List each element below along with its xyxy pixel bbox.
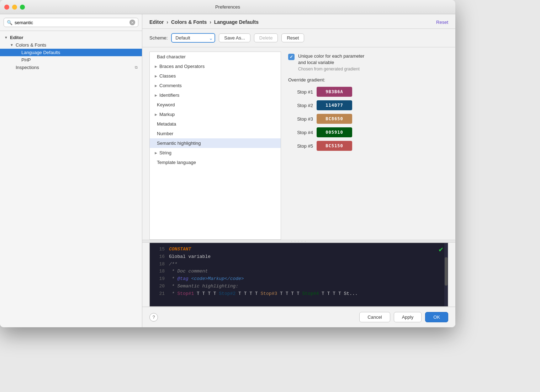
- close-button[interactable]: [4, 5, 9, 10]
- list-item-semantic-highlighting[interactable]: Semantic highlighting: [150, 138, 281, 148]
- right-panel: Editor › Colors & Fonts › Language Defau…: [142, 14, 455, 327]
- delete-button[interactable]: Delete: [254, 33, 278, 42]
- arrow-icon: ▶: [155, 84, 157, 88]
- sidebar-item-label: Inspections: [16, 65, 39, 70]
- list-item-label: Keyword: [157, 102, 175, 107]
- sidebar-item-label: Language Defaults: [21, 50, 60, 55]
- breadcrumb: Editor › Colors & Fonts › Language Defau…: [149, 19, 259, 25]
- list-item-bad-character[interactable]: Bad character: [150, 52, 281, 62]
- stop-2-swatch[interactable]: 114D77: [317, 100, 352, 110]
- resize-handle[interactable]: · · · · ·: [142, 240, 455, 243]
- search-bar: 🔍 ✕: [0, 14, 142, 31]
- stop-1-swatch[interactable]: 9B3B6A: [317, 87, 352, 97]
- list-item-template-language[interactable]: Template language: [150, 158, 281, 167]
- list-item-classes[interactable]: ▶ Classes: [150, 71, 281, 81]
- code-preview: 15CONSTANT 16Global variable 18/** 18 * …: [150, 243, 448, 301]
- stop-4-row: Stop #4 005910: [288, 127, 448, 137]
- arrow-icon: ▶: [155, 113, 157, 116]
- list-item-string[interactable]: ▶ String: [150, 148, 281, 158]
- panels-area: Bad character ▶ Braces and Operators ▶ C…: [142, 47, 455, 307]
- stop-2-row: Stop #2 114D77: [288, 100, 448, 110]
- search-input[interactable]: [15, 20, 127, 25]
- settings-panel: Unique color for each parameterand local…: [281, 47, 455, 240]
- stop-4-label: Stop #4: [288, 130, 313, 135]
- breadcrumb-sep: ›: [166, 19, 170, 25]
- unique-color-text: Unique color for each parameterand local…: [298, 53, 364, 71]
- bottom-bar: ? Cancel Apply OK: [142, 307, 455, 327]
- sidebar-item-label: PHP: [21, 57, 31, 63]
- scrollbar-thumb: [445, 257, 448, 286]
- unique-color-row: Unique color for each parameterand local…: [288, 53, 448, 71]
- breadcrumb-editor: Editor: [149, 19, 164, 25]
- arrow-icon: ▶: [155, 94, 157, 97]
- sidebar-item-language-defaults[interactable]: Language Defaults: [0, 49, 142, 56]
- list-item-number[interactable]: Number: [150, 129, 281, 138]
- unique-color-label: Unique color for each parameterand local…: [298, 53, 364, 66]
- sidebar-item-colors-fonts[interactable]: ▼ Colors & Fonts: [0, 41, 142, 49]
- clear-search-button[interactable]: ✕: [129, 20, 135, 25]
- scheme-select[interactable]: Default High Contrast Classic: [171, 33, 215, 43]
- sidebar: 🔍 ✕ ▼ Editor ▼ Colors & Fonts Language D…: [0, 14, 142, 327]
- override-gradient-label: Override gradient:: [288, 77, 448, 83]
- stop-1-row: Stop #1 9B3B6A: [288, 87, 448, 97]
- apply-button[interactable]: Apply: [394, 312, 422, 322]
- stop-3-swatch[interactable]: BC8650: [317, 114, 352, 124]
- stop-5-swatch[interactable]: BC5150: [317, 141, 352, 151]
- unique-color-checkbox[interactable]: [288, 54, 295, 60]
- save-as-button[interactable]: Save As...: [219, 33, 250, 42]
- middle-row: Bad character ▶ Braces and Operators ▶ C…: [142, 47, 455, 240]
- copy-icon: ⧉: [135, 65, 138, 70]
- breadcrumb-colors-fonts: Colors & Fonts: [171, 19, 207, 25]
- cancel-button[interactable]: Cancel: [359, 312, 390, 322]
- stop-4-swatch[interactable]: 005910: [317, 127, 352, 137]
- list-item-braces-operators[interactable]: ▶ Braces and Operators: [150, 62, 281, 71]
- preview-scrollbar[interactable]: [444, 243, 448, 306]
- sidebar-tree: ▼ Editor ▼ Colors & Fonts Language Defau…: [0, 31, 142, 327]
- list-item-label: Number: [157, 131, 173, 136]
- scheme-label: Scheme:: [149, 35, 168, 41]
- search-wrapper: 🔍 ✕: [4, 18, 138, 27]
- arrow-icon: ▶: [155, 65, 157, 68]
- stop-5-row: Stop #5 BC5150: [288, 141, 448, 151]
- list-item-keyword[interactable]: Keyword: [150, 100, 281, 110]
- arrow-icon: ▶: [155, 74, 157, 78]
- stop-1-label: Stop #1: [288, 89, 313, 95]
- list-item-identifiers[interactable]: ▶ Identifiers: [150, 90, 281, 100]
- list-item-label: Template language: [157, 160, 196, 165]
- stop-3-row: Stop #3 BC8650: [288, 114, 448, 124]
- arrow-icon: ▶: [155, 151, 157, 155]
- arrow-icon: ▼: [4, 36, 10, 39]
- scheme-bar: Scheme: Default High Contrast Classic ⌄ …: [142, 29, 455, 47]
- ok-button[interactable]: OK: [425, 312, 448, 322]
- breadcrumb-reset-link[interactable]: Reset: [436, 20, 448, 25]
- list-item-markup[interactable]: ▶ Markup: [150, 110, 281, 119]
- list-item-label: Classes: [159, 73, 176, 79]
- chosen-from-label: Chosen from generated gradient: [298, 67, 364, 71]
- maximize-button[interactable]: [20, 5, 25, 10]
- stop-5-label: Stop #5: [288, 143, 313, 149]
- stop-2-label: Stop #2: [288, 103, 313, 108]
- list-item-label: Bad character: [157, 54, 186, 59]
- title-bar: Preferences: [0, 0, 455, 14]
- window-controls[interactable]: [4, 5, 25, 10]
- main-content: 🔍 ✕ ▼ Editor ▼ Colors & Fonts Language D…: [0, 14, 455, 327]
- breadcrumb-sep: ›: [210, 19, 213, 25]
- sidebar-item-php[interactable]: PHP: [0, 56, 142, 64]
- arrow-icon: ▼: [10, 43, 16, 47]
- list-item-comments[interactable]: ▶ Comments: [150, 81, 281, 90]
- list-item-label: String: [159, 150, 171, 155]
- list-item-label: Semantic highlighting: [157, 141, 201, 146]
- sidebar-item-inspections[interactable]: Inspections ⧉: [0, 64, 142, 71]
- bottom-left: ?: [149, 313, 158, 322]
- preview-panel: ✔ 15CONSTANT 16Global variable 18/** 18 …: [149, 243, 448, 307]
- list-item-metadata[interactable]: Metadata: [150, 119, 281, 129]
- breadcrumb-bar: Editor › Colors & Fonts › Language Defau…: [142, 14, 455, 29]
- list-item-label: Identifiers: [159, 92, 179, 98]
- breadcrumb-language-defaults: Language Defaults: [214, 19, 259, 25]
- list-item-label: Comments: [159, 83, 182, 88]
- minimize-button[interactable]: [12, 5, 17, 10]
- help-button[interactable]: ?: [149, 313, 158, 322]
- reset-button[interactable]: Reset: [281, 33, 304, 42]
- sidebar-item-editor[interactable]: ▼ Editor: [0, 34, 142, 41]
- list-item-label: Markup: [159, 112, 175, 117]
